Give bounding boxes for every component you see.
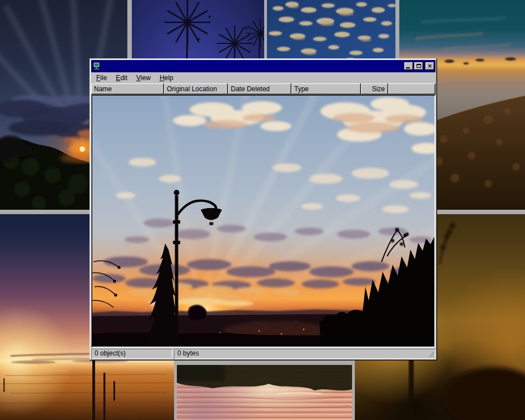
status-object-count: 0 object(s) xyxy=(91,349,172,359)
menu-bar: File Edit View Help xyxy=(91,72,435,83)
sunset-lamp-art xyxy=(92,96,434,347)
desktop: × File Edit View Help Name Original Loca… xyxy=(0,0,525,420)
right-trees xyxy=(319,228,434,347)
status-size: 0 bytes xyxy=(174,349,435,359)
status-bar: 0 object(s) 0 bytes xyxy=(91,349,435,359)
menu-file[interactable]: File xyxy=(92,73,111,83)
list-view-area xyxy=(91,95,435,348)
column-header-date-deleted[interactable]: Date Deleted xyxy=(228,83,291,95)
menu-view[interactable]: View xyxy=(132,73,155,83)
pink-reflection-art xyxy=(177,365,352,420)
column-header-original-location[interactable]: Original Location xyxy=(164,83,228,95)
computer-icon xyxy=(92,62,101,71)
menu-edit[interactable]: Edit xyxy=(111,73,132,83)
maximize-icon xyxy=(417,64,421,68)
column-header-type[interactable]: Type xyxy=(291,83,361,95)
close-button[interactable]: × xyxy=(425,62,434,70)
minimize-button[interactable] xyxy=(404,62,413,70)
maximize-button[interactable] xyxy=(414,62,423,70)
close-icon: × xyxy=(428,63,432,69)
water-poles xyxy=(3,360,115,420)
wallpaper-tile-pink-reflection xyxy=(177,365,352,420)
resize-grip[interactable] xyxy=(428,351,435,358)
menu-help[interactable]: Help xyxy=(155,73,178,83)
sunset-lamp-photo xyxy=(92,96,434,347)
column-header-name[interactable]: Name xyxy=(91,83,164,95)
column-headers: Name Original Location Date Deleted Type… xyxy=(91,83,435,95)
left-shrub xyxy=(92,261,120,308)
recycle-bin-window: × File Edit View Help Name Original Loca… xyxy=(90,58,437,360)
column-header-filler[interactable] xyxy=(388,83,435,95)
title-bar[interactable]: × xyxy=(91,60,435,72)
column-header-size[interactable]: Size xyxy=(361,83,388,95)
minimize-icon xyxy=(406,67,410,68)
